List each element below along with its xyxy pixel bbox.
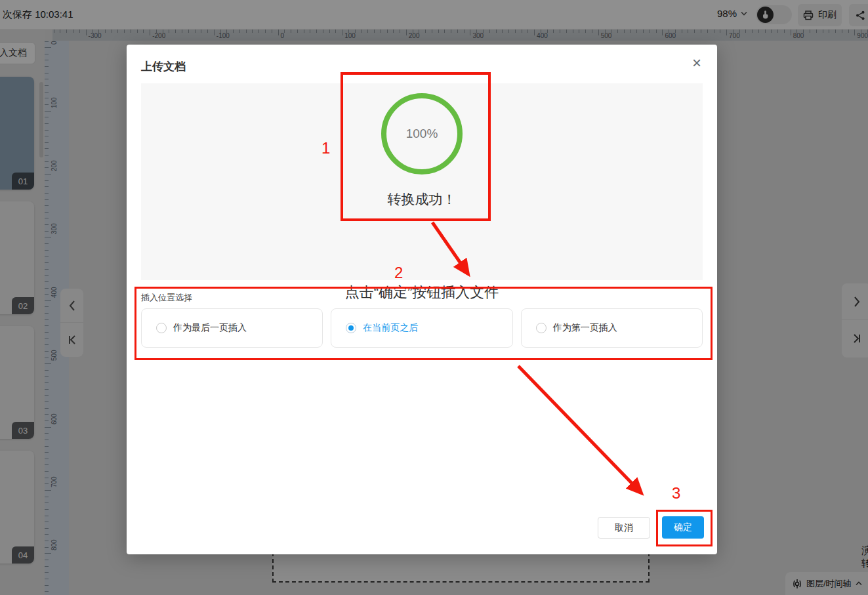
option-insert-after-current-page[interactable]: 在当前页之后 — [331, 308, 512, 348]
conversion-result-panel: 100% 转换成功！ — [141, 83, 703, 280]
cancel-button[interactable]: 取消 — [598, 517, 650, 539]
confirm-button[interactable]: 确定 — [662, 516, 704, 539]
insert-position-options: 作为最后一页插入 在当前页之后 作为第一页插入 — [141, 308, 703, 348]
conversion-status-text: 转换成功！ — [141, 190, 703, 209]
radio-icon[interactable] — [156, 323, 167, 333]
option-insert-as-last-page[interactable]: 作为最后一页插入 — [141, 308, 323, 348]
option-label: 作为最后一页插入 — [173, 322, 247, 334]
progress-percent: 100% — [406, 127, 438, 141]
progress-ring: 100% — [381, 93, 463, 174]
insert-position-label: 插入位置选择 — [141, 292, 192, 304]
upload-document-dialog: 上传文档 × 100% 转换成功！ 点击“确定”按钮插入文件 插入位置选择 作为… — [127, 45, 717, 554]
option-insert-as-first-page[interactable]: 作为第一页插入 — [521, 308, 703, 348]
confirm-hint-text: 点击“确定”按钮插入文件 — [127, 283, 717, 302]
dialog-title: 上传文档 — [141, 59, 186, 74]
option-label: 在当前页之后 — [363, 322, 418, 334]
radio-selected-icon[interactable] — [346, 323, 356, 333]
radio-icon[interactable] — [536, 323, 547, 333]
option-label: 作为第一页插入 — [553, 322, 617, 334]
close-icon[interactable]: × — [692, 55, 701, 71]
